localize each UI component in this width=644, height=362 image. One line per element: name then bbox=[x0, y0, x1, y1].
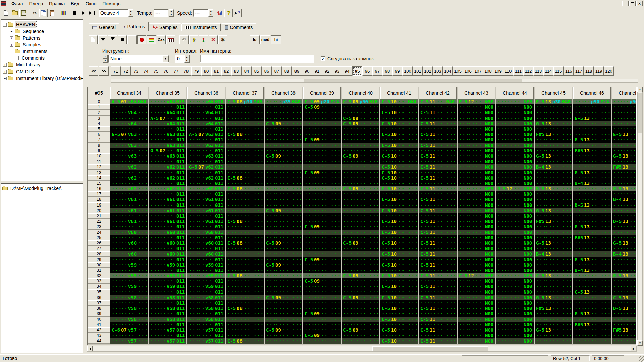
pattern-number-75[interactable]: 75 bbox=[151, 66, 161, 76]
pattern-cell[interactable]: ·········· bbox=[265, 213, 302, 219]
pattern-cell[interactable]: ·····v62011 bbox=[187, 175, 225, 181]
pattern-cell[interactable]: ·········· bbox=[342, 224, 379, 229]
pattern-number-79[interactable]: 79 bbox=[191, 66, 201, 76]
pattern-cell[interactable]: ·······011 bbox=[149, 235, 186, 240]
pattern-cell[interactable]: ·········· bbox=[380, 268, 418, 273]
pattern-cell[interactable]: ·········· bbox=[573, 159, 611, 164]
pattern-cell[interactable]: ·····v57011 bbox=[149, 327, 186, 333]
pattern-cell[interactable]: ·········· bbox=[265, 191, 302, 197]
pattern-number-109[interactable]: 109 bbox=[493, 66, 503, 76]
pattern-cell[interactable]: ·········· bbox=[265, 317, 302, 322]
pattern-cell[interactable]: G-513····· bbox=[612, 186, 637, 191]
zxx-macro-button[interactable]: Zxx bbox=[157, 35, 166, 44]
minimize-button[interactable] bbox=[622, 1, 629, 6]
pattern-cell[interactable]: ·········· bbox=[110, 170, 148, 175]
pattern-cell[interactable]: ·········· bbox=[226, 197, 264, 202]
pattern-cell[interactable]: ·······N00 bbox=[496, 311, 534, 316]
tab-general[interactable]: General bbox=[89, 23, 119, 31]
pattern-number-100[interactable]: 100 bbox=[402, 66, 413, 76]
pattern-cell[interactable]: ·········· bbox=[226, 262, 264, 268]
pattern-cell[interactable]: ·······N00 bbox=[458, 327, 495, 333]
pattern-cell[interactable]: C-510····· bbox=[380, 230, 418, 235]
pattern-cell[interactable]: ·········· bbox=[535, 311, 572, 316]
pattern-cell[interactable]: ·········· bbox=[419, 289, 457, 295]
pattern-cell[interactable]: C-510····· bbox=[380, 197, 418, 202]
pattern-cell[interactable]: ·········· bbox=[342, 143, 379, 148]
pattern-cell[interactable]: ·········· bbox=[226, 121, 264, 126]
pattern-cell[interactable]: ·········· bbox=[303, 262, 341, 268]
pattern-cell[interactable]: ·········· bbox=[303, 235, 341, 240]
pattern-cell[interactable]: ·······N00 bbox=[496, 224, 534, 229]
cut-button[interactable]: ✂ bbox=[31, 9, 39, 17]
pattern-cell[interactable]: ·········· bbox=[265, 181, 302, 186]
pattern-cell[interactable]: ·······N00 bbox=[496, 208, 534, 213]
pattern-strip-scrollbar[interactable] bbox=[111, 79, 638, 83]
pattern-cell[interactable]: ·····v58011 bbox=[187, 295, 225, 300]
pattern-cell[interactable]: ·········· bbox=[110, 213, 148, 219]
play-pattern-button[interactable] bbox=[88, 9, 96, 17]
pattern-cell[interactable]: ·····v61011 bbox=[149, 197, 186, 202]
pattern-cell[interactable]: ·····v61011 bbox=[187, 219, 225, 224]
pattern-cell[interactable]: C-510····· bbox=[380, 338, 418, 344]
pattern-number-113[interactable]: 113 bbox=[533, 66, 543, 76]
pattern-cell[interactable]: C-509····· bbox=[303, 257, 341, 262]
pattern-cell[interactable]: C-509····· bbox=[342, 121, 379, 126]
pattern-cell[interactable]: ·········· bbox=[380, 246, 418, 251]
pattern-cell[interactable]: ·········· bbox=[342, 110, 379, 115]
pattern-cell[interactable]: ·········· bbox=[380, 257, 418, 262]
record-button[interactable] bbox=[137, 35, 146, 44]
pattern-cell[interactable]: C-509····· bbox=[265, 153, 302, 159]
pattern-cell[interactable]: ·······N00 bbox=[458, 110, 495, 115]
pattern-cell[interactable]: ·········· bbox=[265, 311, 302, 316]
pattern-cell[interactable]: ·········· bbox=[265, 273, 302, 278]
pattern-cell[interactable]: ·······N00 bbox=[458, 175, 495, 181]
pattern-cell[interactable]: ·······N00 bbox=[496, 202, 534, 208]
context-help-button[interactable]: ? bbox=[233, 9, 241, 17]
pattern-cell[interactable]: ·······011 bbox=[187, 104, 225, 110]
pattern-cell[interactable]: ·······N00 bbox=[458, 278, 495, 284]
pattern-cell[interactable]: ·······N00 bbox=[496, 300, 534, 306]
pattern-number-118[interactable]: 118 bbox=[584, 66, 594, 76]
pattern-cell[interactable]: ·········· bbox=[303, 317, 341, 322]
pattern-cell[interactable]: ·········· bbox=[380, 289, 418, 295]
pattern-cell[interactable]: ·······N00 bbox=[458, 219, 495, 224]
pattern-cell[interactable]: ·········· bbox=[226, 268, 264, 273]
pattern-cell[interactable]: ·········· bbox=[419, 191, 457, 197]
pattern-cell[interactable]: ·······N00 bbox=[458, 213, 495, 219]
pattern-cell[interactable]: ·········· bbox=[342, 104, 379, 110]
pattern-cell[interactable]: ·········· bbox=[110, 257, 148, 262]
pattern-cell[interactable]: E-513····· bbox=[612, 132, 637, 137]
pattern-cell[interactable]: ·········· bbox=[226, 153, 264, 159]
pattern-cell[interactable]: ·········· bbox=[535, 317, 572, 322]
pattern-cell[interactable]: C-508p30M40 bbox=[226, 99, 264, 104]
pattern-cell[interactable]: ·······011 bbox=[149, 159, 186, 164]
pattern-cell[interactable]: ·········· bbox=[303, 295, 341, 300]
pattern-cell[interactable]: ·········· bbox=[342, 230, 379, 235]
pattern-cell[interactable]: ·······N00 bbox=[458, 338, 495, 344]
pattern-cell[interactable]: E-512··N9F bbox=[458, 99, 495, 104]
pattern-cell[interactable]: ·········· bbox=[380, 148, 418, 153]
channel-header-channel-40[interactable]: Channel 40 bbox=[342, 87, 379, 99]
channel-header-channel-43[interactable]: Channel 43 bbox=[458, 87, 495, 99]
pattern-cell[interactable]: ·········· bbox=[342, 311, 379, 316]
module-properties-button[interactable] bbox=[59, 9, 67, 17]
pattern-cell[interactable]: G-513····· bbox=[573, 257, 611, 262]
channel-header-channel-39[interactable]: Channel 39 bbox=[303, 87, 341, 99]
pattern-cell[interactable]: B-413····· bbox=[535, 164, 572, 170]
detail-level-button[interactable]: ✱ bbox=[218, 35, 227, 44]
pattern-cell[interactable]: ·········· bbox=[573, 251, 611, 257]
pattern-cell[interactable]: ·········· bbox=[303, 300, 341, 306]
pattern-cell[interactable]: ·······N00 bbox=[458, 268, 495, 273]
pattern-cell[interactable]: ·········· bbox=[342, 251, 379, 257]
pattern-cell[interactable]: C-511····· bbox=[419, 273, 457, 278]
pattern-cell[interactable]: ·········· bbox=[380, 311, 418, 316]
pattern-number-101[interactable]: 101 bbox=[413, 66, 423, 76]
pattern-cell[interactable]: ·········· bbox=[535, 213, 572, 219]
pattern-number-81[interactable]: 81 bbox=[211, 66, 221, 76]
pattern-cell[interactable]: C-511····· bbox=[419, 262, 457, 268]
pattern-cell[interactable]: ·····v62011 bbox=[149, 186, 186, 191]
pattern-cell[interactable]: C-509····· bbox=[265, 262, 302, 268]
pattern-cell[interactable]: ·······011 bbox=[187, 181, 225, 186]
pattern-cell[interactable]: ·········· bbox=[226, 164, 264, 170]
pattern-cell[interactable]: ·········· bbox=[380, 126, 418, 132]
